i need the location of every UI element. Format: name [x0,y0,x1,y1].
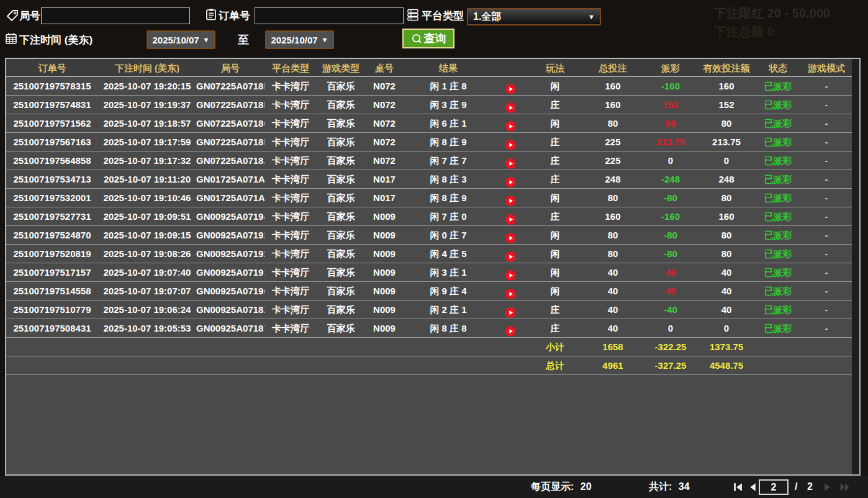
order-id-cell: 251007197514558 [6,282,98,300]
bet-time-cell: 2025-10-07 19:06:24 [98,301,196,319]
bet-time-cell: 2025-10-07 19:10:46 [98,189,196,207]
replay-cell [493,170,528,188]
game-type-cell: 百家乐 [317,263,365,281]
payout-cell: -160 [643,207,698,225]
round-id-cell: GN00925A07190 [196,282,264,300]
column-header: 局号 [196,59,264,77]
table-row: 2510071975107792025-10-07 19:06:24GN0092… [6,301,852,319]
table-body: 2510071975783152025-10-07 19:20:15GN0722… [6,77,852,338]
date-range-to-label: 至 [238,32,249,47]
status-cell: 已派彩 [755,77,801,95]
table-no-cell: N009 [365,301,404,319]
round-id-cell: GN00925A0718Y [196,319,264,337]
mode-cell: - [801,301,852,319]
next-page-button[interactable] [822,482,833,492]
total-bet-cell: 40 [582,301,643,319]
valid-bet-cell: 80 [698,114,755,132]
platform-cell: 卡卡湾厅 [264,96,317,114]
column-header: 游戏类型 [317,59,365,77]
valid-bet-cell: 40 [698,282,755,300]
total-valid-bet: 4548.75 [698,356,755,374]
game-type-cell: 百家乐 [317,170,365,188]
table-no-cell: N009 [365,207,404,225]
replay-icon[interactable] [505,287,516,297]
replay-cell [493,133,528,151]
platform-type-label: 平台类型 [422,9,464,23]
table-no-cell: N072 [365,96,404,114]
replay-icon[interactable] [505,175,516,186]
scrollbar-track[interactable] [852,59,859,474]
current-page-input[interactable] [759,479,789,495]
result-cell: 闲 8 庄 9 [404,189,493,207]
valid-bet-cell: 160 [698,77,755,95]
bet-time-cell: 2025-10-07 19:07:40 [98,263,196,281]
chevron-down-icon: ▼ [588,13,595,20]
valid-bet-cell: 0 [698,152,755,170]
round-id-cell: GN07225A0718A [196,152,264,170]
table-no-cell: N072 [365,152,404,170]
replay-icon[interactable] [505,82,516,93]
order-id-input[interactable] [255,7,404,24]
replay-icon[interactable] [505,324,516,335]
first-page-button[interactable] [733,482,743,492]
search-button-label: 查询 [424,31,446,46]
column-header: 状态 [755,59,801,77]
chevron-down-icon: ▼ [322,36,328,43]
replay-icon[interactable] [505,119,516,130]
bet-time-cell: 2025-10-07 19:08:26 [98,245,196,263]
last-page-button[interactable] [839,482,850,492]
result-cell: 闲 8 庄 9 [404,133,493,151]
table-no-cell: N072 [365,77,404,95]
valid-bet-cell: 248 [698,170,755,188]
order-id-cell: 251007197574831 [6,96,98,114]
replay-icon[interactable] [505,268,516,279]
page-size-value: 20 [581,481,592,492]
round-id-label: 局号 [19,9,40,23]
bet-time-cell: 2025-10-07 19:05:53 [98,319,196,337]
table-row: 2510071975783152025-10-07 19:20:15GN0722… [6,77,852,96]
order-id-cell: 251007197534713 [6,170,98,188]
table-no-cell: N072 [365,114,404,132]
platform-type-select[interactable]: 1.全部 ▼ [467,8,601,25]
payout-cell: -160 [643,77,698,95]
replay-icon[interactable] [505,231,516,242]
replay-icon[interactable] [505,306,516,316]
game-type-cell: 百家乐 [317,245,365,263]
replay-icon[interactable] [505,212,516,223]
search-button[interactable]: 查询 [402,29,454,48]
round-id-cell: GN01725A071A2 [196,170,264,188]
play-cell: 闲 [528,77,582,95]
play-cell: 庄 [528,152,582,170]
round-id-input[interactable] [41,7,190,24]
table-row: 2510071975248702025-10-07 19:09:15GN0092… [6,226,852,245]
play-cell: 庄 [528,319,582,337]
result-cell: 闲 7 庄 0 [404,207,493,225]
valid-bet-cell: 80 [698,245,755,263]
result-cell: 闲 4 庄 5 [404,245,493,263]
result-cell: 闲 0 庄 7 [404,226,493,244]
replay-cell [493,152,528,170]
replay-icon[interactable] [505,250,516,260]
date-from-picker[interactable]: 2025/10/07 ▼ [147,30,215,49]
mode-cell: - [801,319,852,337]
table-row: 2510071975748312025-10-07 19:19:37GN0722… [6,96,852,114]
bet-time-cell: 2025-10-07 19:11:20 [98,170,196,188]
replay-icon[interactable] [505,156,516,167]
previous-page-button[interactable] [748,482,758,492]
table-row: 2510071975648582025-10-07 19:17:32GN0722… [6,152,852,170]
search-icon [411,33,423,45]
replay-icon[interactable] [505,138,516,148]
page-size-label: 每页显示: [531,481,574,492]
replay-icon[interactable] [505,194,516,204]
valid-bet-cell: 0 [698,319,755,337]
date-to-picker[interactable]: 2025/10/07 ▼ [265,30,334,49]
table-no-cell: N009 [365,282,404,300]
replay-icon[interactable] [505,101,516,111]
round-id-cell: GN00925A07194 [196,207,264,225]
payout-cell: -248 [643,170,698,188]
platform-cell: 卡卡湾厅 [264,77,317,95]
column-header: 有效投注额 [698,59,755,77]
table-row: 2510071975320012025-10-07 19:10:46GN0172… [6,189,852,207]
order-id-cell: 251007197571562 [6,114,98,132]
platform-cell: 卡卡湾厅 [264,245,317,263]
